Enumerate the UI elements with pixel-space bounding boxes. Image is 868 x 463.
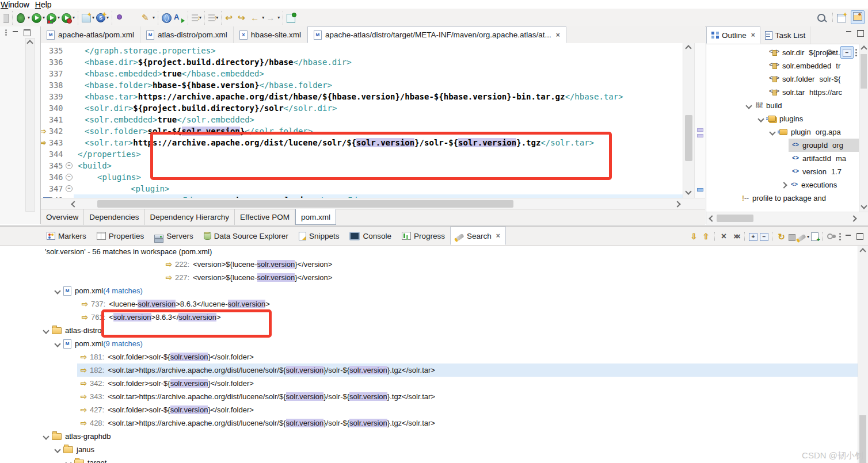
outline-item-executions[interactable]: <>executions [706, 178, 859, 192]
scrollbar-thumb[interactable] [685, 115, 692, 161]
dropdown-arrow-icon[interactable]: ▾ [58, 15, 60, 20]
pom-page-tab-effective-pom[interactable]: Effective POM [235, 209, 295, 225]
link-editor-icon[interactable] [827, 233, 836, 243]
view-tab-properties[interactable]: Properties [92, 227, 150, 245]
pom-page-tab-overview[interactable]: Overview [41, 209, 84, 225]
code-line[interactable]: <hbase.dir>${project.build.directory}/hb… [85, 56, 352, 68]
outline-vertical-scrollbar[interactable] [859, 44, 868, 212]
outline-item-groupid[interactable]: <>groupIdorg [706, 139, 859, 152]
pom-page-tab-pom-xml[interactable]: pom.xml [295, 209, 336, 225]
code-line[interactable]: <solr.embedded>true</solr.embedded> [85, 114, 254, 125]
search-file-row[interactable]: Mpom.xml (4 matches) [0, 284, 858, 297]
minimize-icon[interactable] [846, 234, 852, 239]
dropdown-arrow-icon[interactable]: ▾ [92, 15, 94, 20]
view-tab-console[interactable]: Console [344, 227, 397, 245]
expand-all-icon[interactable] [749, 233, 757, 241]
search-folder-row[interactable]: janus [0, 443, 858, 456]
search-match-row[interactable]: ⇨343:<solr.tar>https://archive.apache.or… [0, 390, 858, 403]
occurrence-mark[interactable] [697, 134, 703, 137]
overview-ruler[interactable] [694, 43, 705, 198]
editor-horizontal-scrollbar[interactable] [41, 198, 705, 209]
scroll-up-icon[interactable] [26, 40, 33, 46]
outline-item-version[interactable]: <>version1.7 [706, 165, 859, 178]
code-line[interactable]: <solr.dir>${project.build.directory}/sol… [85, 102, 337, 114]
next-annotation-icon[interactable] [192, 14, 198, 22]
cut-icon[interactable] [3, 14, 9, 23]
menu-help[interactable]: Help [35, 0, 57, 9]
pin-view-icon[interactable] [789, 234, 795, 241]
pin-editor-icon[interactable] [287, 14, 295, 23]
fold-minus-icon[interactable]: − [66, 162, 73, 169]
search-match-row[interactable]: ⇨222:<version>${lucene-solr.version}</ve… [0, 258, 858, 271]
occurrence-marker-icon[interactable]: ⇨ [41, 125, 47, 137]
fold-minus-icon[interactable]: − [66, 185, 73, 192]
view-tab-outline[interactable]: Outline× [706, 26, 760, 44]
active-perspective-button[interactable] [851, 10, 865, 24]
pen-icon[interactable] [141, 13, 151, 23]
chevron-expanded-icon[interactable] [54, 340, 60, 347]
last-edit-icon[interactable] [225, 13, 235, 23]
scroll-left-icon[interactable] [709, 215, 715, 221]
code-line[interactable]: <hbase.embedded>true</hbase.embedded> [85, 68, 264, 79]
minimize-icon[interactable] [846, 30, 852, 36]
editor-tab[interactable]: Matlas-distro/pom.xml [140, 26, 234, 43]
close-icon[interactable]: × [751, 31, 755, 39]
fold-minus-icon[interactable]: − [66, 174, 73, 181]
editor-tab[interactable]: Mapache-atlas/pom.xml [41, 26, 140, 43]
dropdown-arrow-icon[interactable]: ▾ [153, 15, 155, 20]
profile-icon[interactable] [62, 13, 71, 23]
next-match-icon[interactable] [689, 232, 699, 242]
open-perspective-icon[interactable] [837, 14, 846, 22]
chevron-collapsed-icon[interactable] [781, 182, 787, 188]
debug-icon[interactable] [17, 13, 25, 23]
run-external-icon[interactable] [174, 13, 184, 23]
search-folder-row[interactable]: target [0, 456, 858, 463]
chevron-expanded-icon[interactable] [54, 288, 60, 294]
view-tab-data-source-explorer[interactable]: Data Source Explorer [199, 227, 294, 245]
view-menu-icon[interactable] [5, 29, 7, 36]
maximize-icon[interactable] [856, 233, 863, 240]
outline-horizontal-scrollbar[interactable] [706, 212, 868, 225]
new-wizard-icon[interactable] [82, 14, 91, 22]
open-new-view-icon[interactable] [811, 232, 818, 241]
open-folder-icon[interactable] [128, 14, 139, 24]
menu-window[interactable]: Window [0, 0, 35, 9]
code-line[interactable]: <hbase.folder>hbase-${hbase.version}</hb… [85, 79, 332, 91]
code-line[interactable]: </graph.storage.properties> [85, 45, 216, 56]
browser-icon[interactable] [162, 13, 172, 23]
outline-item-solr.folder[interactable]: solr.foldersolr-${ [706, 72, 859, 86]
occurrence-mark[interactable] [697, 128, 703, 132]
range-mark[interactable] [697, 188, 703, 192]
search-match-row[interactable]: ⇨428:<solr.tar>https://archive.apache.or… [0, 416, 858, 430]
scrollbar-thumb[interactable] [861, 54, 867, 89]
maximize-icon[interactable] [857, 30, 864, 37]
editor-tab[interactable]: Xhbase-site.xml [234, 26, 307, 43]
chevron-expanded-icon[interactable] [769, 129, 775, 135]
scrollbar-thumb[interactable] [717, 215, 753, 222]
prev-match-icon[interactable] [701, 232, 711, 242]
new-server-icon[interactable] [96, 13, 105, 22]
search-match-row[interactable]: ⇨737:<lucene-solr.version>8.6.3</lucene-… [0, 297, 858, 311]
search-file-row[interactable]: Mpom.xml (9 matches) [0, 337, 858, 350]
scrollbar-thumb[interactable] [97, 200, 513, 208]
search-match-row[interactable]: ⇨342:<solr.folder>solr-${solr.version}</… [0, 377, 858, 390]
code-line[interactable]: </properties> [78, 148, 141, 160]
java-perspective-icon[interactable] [853, 12, 862, 21]
back-icon[interactable] [250, 13, 261, 23]
dropdown-arrow-icon[interactable]: ▾ [43, 15, 45, 20]
import-icon[interactable] [116, 14, 126, 24]
view-tab-search[interactable]: Search× [450, 227, 506, 245]
left-strip-scrollbar[interactable] [25, 38, 35, 212]
search-vertical-scrollbar[interactable] [858, 246, 868, 463]
outline-item-solr.dir[interactable]: solr.dir${project. [706, 46, 859, 59]
scroll-right-icon[interactable] [674, 201, 680, 207]
scroll-up-icon[interactable] [861, 45, 867, 52]
outline-item-plugins[interactable]: plugins [706, 112, 859, 125]
coverage-icon[interactable] [47, 13, 56, 23]
search-folder-row[interactable]: atlas-graphdb [0, 430, 858, 443]
dropdown-arrow-icon[interactable]: ▾ [28, 15, 30, 20]
view-tab-markers[interactable]: Markers [41, 227, 92, 245]
chevron-expanded-icon[interactable] [65, 460, 71, 463]
code-line[interactable]: <plugin> [131, 183, 169, 194]
search-match-row[interactable]: ⇨182:<solr.tar>https://archive.apache.or… [0, 363, 858, 377]
